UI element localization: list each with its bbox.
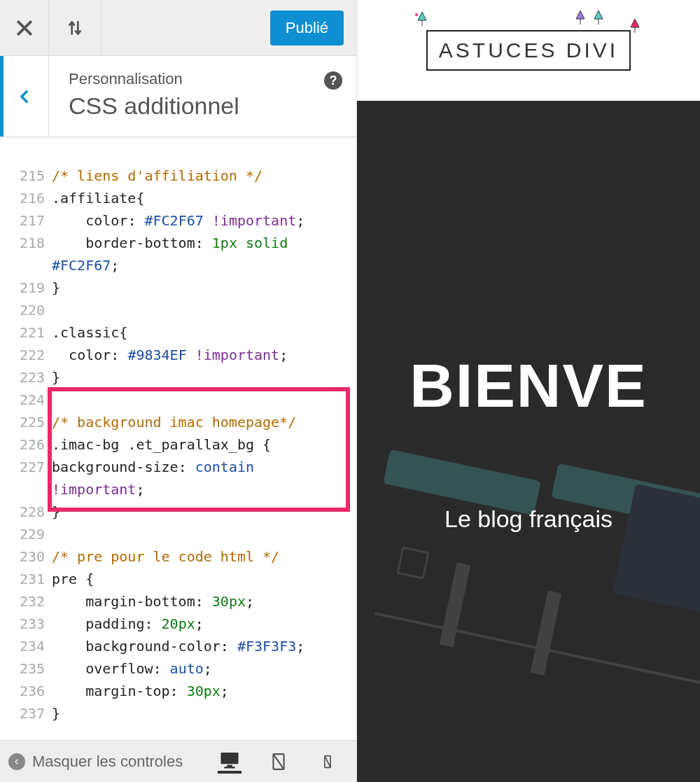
publish-cell: Publié (102, 0, 356, 55)
sort-icon (66, 19, 84, 37)
line-gutter: 2152162172182192202212222232242252262272… (0, 142, 52, 740)
customizer-footer: Masquer les controles (0, 740, 356, 782)
device-mobile-button[interactable] (316, 750, 340, 774)
logo-text-2: DIVI (566, 39, 618, 62)
back-button[interactable] (0, 56, 49, 137)
reorder-button[interactable] (49, 0, 102, 55)
publish-button[interactable]: Publié (270, 11, 344, 46)
chevron-left-icon (18, 86, 31, 107)
hero-subtitle: Le blog français (444, 505, 612, 533)
collapse-label: Masquer les controles (32, 753, 183, 771)
code-area[interactable]: /* liens d'affiliation */.affiliate{ col… (52, 142, 356, 740)
svg-point-6 (415, 13, 418, 16)
svg-rect-0 (221, 753, 239, 764)
logo-text-1: ASTUCES (439, 39, 566, 62)
customizer-topbar: Publié (0, 0, 356, 56)
balloon-icon (572, 9, 589, 26)
page-title: CSS additionnel (69, 92, 340, 120)
collapse-controls-button[interactable]: Masquer les controles (8, 753, 183, 771)
close-button[interactable] (0, 0, 49, 55)
help-button[interactable]: ? (324, 71, 342, 90)
device-desktop-button[interactable] (218, 750, 241, 774)
site-logo[interactable]: ASTUCES DIVI (426, 30, 631, 71)
desktop-icon (219, 749, 240, 770)
tablet-icon (270, 753, 288, 771)
mobile-icon (321, 753, 335, 771)
svg-rect-2 (225, 767, 235, 769)
breadcrumb: Personnalisation (69, 70, 340, 88)
css-code-editor[interactable]: 2152162172182192202212222232242252262272… (0, 137, 356, 740)
site-preview: ASTUCES DIVI BIENVE Le blog français (357, 0, 700, 782)
device-tablet-button[interactable] (267, 750, 290, 774)
hero-section: BIENVE Le blog français (357, 101, 700, 782)
customizer-panel: Publié Personnalisation CSS additionnel … (0, 0, 357, 782)
hero-title: BIENVE (410, 350, 648, 421)
balloon-icon (414, 11, 430, 27)
site-header: ASTUCES DIVI (357, 0, 700, 101)
header-text: Personnalisation CSS additionnel ? (49, 56, 356, 137)
balloon-icon (590, 9, 607, 26)
section-header: Personnalisation CSS additionnel ? (0, 56, 356, 137)
svg-rect-1 (227, 764, 232, 767)
hero-background (357, 101, 700, 782)
device-preview-switcher (218, 750, 348, 774)
chevron-left-circle-icon (8, 753, 25, 770)
close-icon (15, 19, 34, 37)
